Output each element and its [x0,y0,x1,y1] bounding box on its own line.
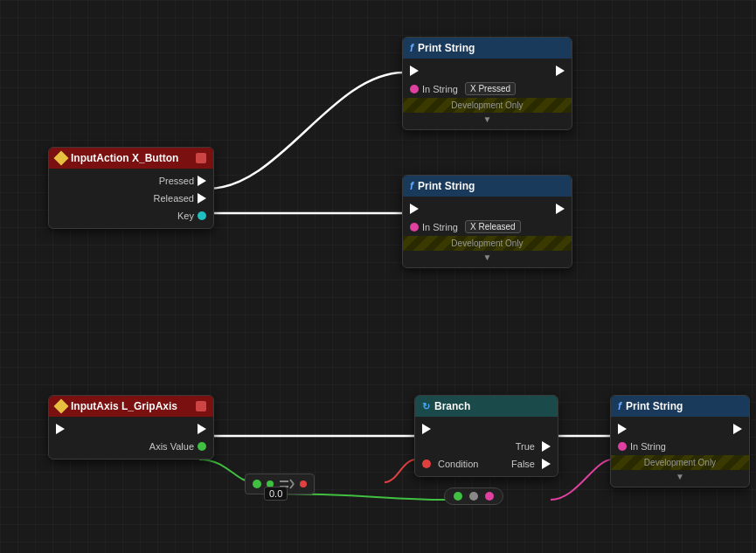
ps2-instring-row: In String X Released [403,218,572,236]
diamond-icon-2 [54,399,69,414]
pressed-label: Pressed [159,176,194,186]
pressed-row: Pressed [49,172,213,190]
key-row: Key [49,207,213,225]
ps3-exec-out [733,424,742,434]
ps1-string-value: X Pressed [465,82,516,95]
ps2-instring-label: In String [422,222,458,232]
float-out-pin [253,480,261,488]
lerp-mid-pin [469,492,478,501]
f-icon-1: f [410,42,413,54]
ps3-instring-row: In String [611,438,749,455]
lerp-out-pin [485,492,494,501]
input-action-title: InputAction X_Button [71,152,178,164]
ps1-exec-in [410,66,419,76]
ps2-string-value: X Released [465,220,521,233]
print-string-1-node: f Print String In String X Pressed Devel… [402,37,572,130]
f-icon-3: f [618,400,621,412]
input-axis-node: InputAxis L_GripAxis Axis Value [48,395,214,460]
axis-value-label: Axis Value [149,441,194,452]
input-axis-header: InputAxis L_GripAxis [49,396,213,417]
ps3-expand: ▼ [611,470,749,483]
condition-pin [422,460,431,468]
print-string-1-header: f Print String [403,38,572,59]
ps2-expand: ▼ [403,251,572,264]
axis-exec-in [56,424,65,434]
ps2-instring-pin [410,223,419,232]
print-string-3-title: Print String [626,400,683,412]
branch-body: True Condition False [415,417,558,476]
f-icon-2: f [410,180,413,192]
branch-title: Branch [434,400,470,412]
pressed-pin [198,176,206,186]
ps1-expand: ▼ [403,113,572,126]
svg-line-3 [290,484,294,488]
print-string-3-node: f Print String In String Development Onl… [610,395,750,487]
ps3-dev-only: Development Only [611,455,749,470]
false-label: False [511,459,535,469]
ps3-exec-in [618,424,627,434]
input-axis-body: Axis Value [49,417,213,459]
axis-value-pin [198,442,206,451]
true-pin [542,441,551,452]
svg-line-2 [290,480,294,484]
refresh-icon: ↻ [422,401,430,412]
print-string-1-title: Print String [418,42,475,54]
released-label: Released [154,193,194,204]
branch-condition-row: Condition False [415,455,558,473]
lerp-node [444,487,503,505]
branch-true-group: True [512,441,551,452]
true-label: True [516,441,535,452]
diamond-icon [54,151,69,166]
red-box-icon-2 [196,401,206,411]
ps1-exec-out [556,66,565,76]
input-axis-title: InputAxis L_GripAxis [71,400,177,412]
print-string-3-header: f Print String [611,396,749,417]
ps2-exec-row [403,200,572,218]
print-string-2-title: Print String [418,180,475,192]
ps1-instring-row: In String X Pressed [403,79,572,98]
key-pin [198,211,206,220]
float-zero-badge: 0.0 [264,487,288,501]
axis-exec-row [49,420,213,438]
false-pin [542,459,551,469]
ps1-dev-only: Development Only [403,98,572,113]
released-pin [198,193,206,204]
red-box-icon [196,153,206,163]
branch-exec-row [415,420,558,438]
float-cond-pin [300,480,307,487]
ps3-instring-pin [618,442,627,451]
ps2-exec-out [556,204,565,214]
input-action-header: InputAction X_Button [49,148,213,169]
print-string-2-body: In String X Released Development Only ▼ [403,197,572,267]
print-string-3-body: In String Development Only ▼ [611,417,749,487]
ps2-dev-only: Development Only [403,236,572,251]
ps2-exec-in [410,204,419,214]
branch-node: ↻ Branch True Condition False [414,395,558,477]
input-action-node: InputAction X_Button Pressed Released Ke… [48,147,214,229]
key-label: Key [177,211,194,221]
ps1-exec-row [403,62,572,79]
print-string-2-node: f Print String In String X Released Deve… [402,175,572,268]
ps3-exec-row [611,420,749,438]
branch-header: ↻ Branch [415,396,558,417]
print-string-2-header: f Print String [403,176,572,197]
ps1-instring-pin [410,85,419,93]
ps1-instring-label: In String [422,84,458,94]
condition-group: Condition [422,459,482,469]
input-action-body: Pressed Released Key [49,169,213,228]
released-row: Released [49,190,213,207]
branch-true-row: True [415,438,558,455]
axis-exec-out [198,424,206,434]
axis-value-row: Axis Value [49,438,213,455]
print-string-1-body: In String X Pressed Development Only ▼ [403,59,572,129]
condition-label: Condition [438,459,478,469]
branch-false-group: False [508,459,551,469]
lerp-in-pin [454,492,462,501]
branch-exec-in [422,424,431,434]
ps3-instring-label: In String [630,441,666,452]
